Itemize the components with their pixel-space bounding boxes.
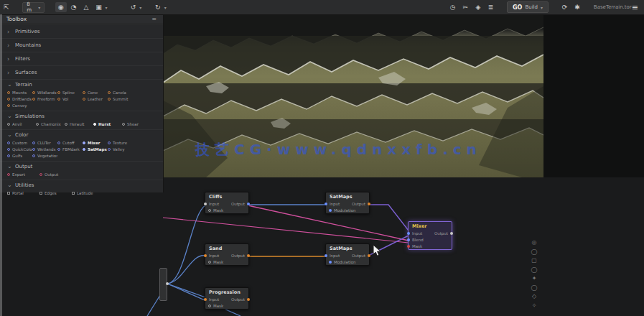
hamburger-menu-icon[interactable]: ≡ [632,3,638,12]
frame-icon[interactable]: ▢ [531,257,538,264]
node-dot-icon [32,91,35,94]
pan-icon[interactable]: ◯ [531,284,538,291]
node-item[interactable]: Vol [57,96,83,102]
node-item[interactable]: Leather [83,96,108,102]
modulation-port[interactable] [329,209,332,212]
section-terrain-header[interactable]: ⌄ Terrain [0,80,163,89]
terrain-viewport[interactable]: 技艺CG·www.qdnxxfb.cn [163,14,543,177]
history-icon[interactable]: ◷ [447,2,459,12]
output-port[interactable] [368,203,370,205]
port-label: Mask [213,260,223,264]
input-port[interactable] [325,203,327,205]
node-sand[interactable]: Sand Input Output Mask [205,243,249,266]
node-item[interactable]: Mounts [7,89,32,96]
node-item[interactable]: Anvil [7,121,36,127]
node-item[interactable]: Latitude [72,190,104,196]
node-item-selected[interactable]: SatMaps [83,146,108,152]
undo-history-chevron-icon[interactable]: ▾ [139,5,141,10]
node-item[interactable]: Gulfs [7,152,32,159]
camera-icon[interactable]: ◯ [531,266,538,273]
undo-icon[interactable]: ↺ [128,2,139,12]
section-primitives[interactable]: › Primitives [0,24,163,38]
node-item[interactable]: Wetlands [32,146,57,152]
orbit-icon[interactable]: ◯ [531,248,538,255]
mask-port[interactable] [208,261,211,264]
redo-icon[interactable]: ↻ [152,2,164,12]
terrain-view-icon[interactable]: △ [80,2,92,12]
mask-port[interactable] [208,209,211,212]
section-output-header[interactable]: ⌄ Output [0,162,163,171]
section-simulations-header[interactable]: ⌄ Simulations [0,111,163,121]
node-item[interactable]: Cone [83,89,108,96]
node-item[interactable]: Driftlands [7,96,32,102]
fit-view-icon[interactable]: ◎ [531,239,538,246]
output-port[interactable] [247,298,250,301]
modulation-port[interactable] [329,261,332,264]
redo-history-chevron-icon[interactable]: ▾ [164,5,167,10]
scale-dropdown[interactable]: 8 m ▾ [22,2,45,13]
node-item[interactable]: Output [39,171,72,177]
zoom-icon[interactable]: ◇ [531,293,538,299]
node-item[interactable]: Freeform [32,96,57,102]
snapshot-icon[interactable]: ✂ [460,2,472,12]
section-surfaces[interactable]: › Surfaces [0,65,163,79]
refresh-icon[interactable]: ⟳ [559,2,571,12]
node-item[interactable]: Valley [108,146,133,152]
input-port[interactable] [204,298,207,301]
compass-icon[interactable]: ◔ [68,2,80,12]
node-item[interactable]: Herault [65,121,93,127]
output-port[interactable] [368,254,370,257]
node-item[interactable]: Custom [7,139,32,146]
node-item[interactable]: Spline [57,89,83,96]
layers-icon[interactable]: ≣ [485,2,497,12]
node-item[interactable]: Summit [108,96,133,102]
share-icon[interactable]: ⇱ [1,2,12,12]
output-port[interactable] [247,203,250,205]
output-port[interactable] [247,254,250,257]
section-color-header[interactable]: ⌄ Color [0,130,163,139]
node-item[interactable]: Texture [108,139,133,146]
node-item[interactable]: Wildlands [32,89,57,96]
lighting-icon[interactable]: ✦ [531,275,538,282]
mask-port[interactable] [407,245,410,248]
node-satmaps-1[interactable]: SatMaps Input Output Modulation [325,192,370,214]
node-item[interactable]: Edges [39,190,72,196]
node-item[interactable]: FBMdark [57,146,83,152]
gear-icon[interactable]: ✱ [571,2,583,12]
portal-node[interactable] [159,268,167,301]
node-cliffs[interactable]: Cliffs Input Output Mask [205,192,249,214]
node-progression[interactable]: Progression Input Output Mask [205,287,249,310]
node-item[interactable]: Shear [122,121,151,127]
settings-icon[interactable]: ✧ [531,302,538,309]
node-item[interactable]: Canela [108,89,133,96]
output-port[interactable] [450,232,453,235]
node-item[interactable]: CLUTer [32,139,57,146]
node-item-selected[interactable]: Mixer [83,139,108,146]
texture-view-icon[interactable]: ▣ [93,2,105,12]
mask-port[interactable] [208,305,211,307]
section-utilities-header[interactable]: ⌄ Utilities [0,180,163,190]
view-options-chevron-icon[interactable]: ▾ [105,5,107,10]
node-item-selected[interactable]: Hurst [93,121,122,127]
portal-output-port[interactable] [166,282,169,285]
shaded-view-icon[interactable]: ◉ [55,2,67,12]
node-mixer-selected[interactable]: Mixer Input Output Blend Mask [408,221,452,250]
node-item[interactable]: Cutoff [57,139,83,146]
node-item[interactable]: Vegetation [32,152,57,159]
input-port[interactable] [325,254,327,257]
node-item[interactable]: Convey [7,102,32,108]
section-filters[interactable]: › Filters [0,52,163,65]
build-button[interactable]: GO Build ▾ [507,1,549,13]
section-mountains[interactable]: › Mountains [0,38,163,52]
node-satmaps-2[interactable]: SatMaps Input Output Modulation [325,243,370,266]
input-port[interactable] [204,254,207,257]
node-item[interactable]: QuickColor [7,146,32,152]
water-icon[interactable]: ◈ [472,2,484,12]
panel-list-icon[interactable]: ≡ [151,16,157,22]
blend-port[interactable] [407,238,410,241]
input-port[interactable] [204,203,207,205]
node-item[interactable]: Export [7,171,39,177]
node-item[interactable]: Chamonix [36,121,65,127]
input-port[interactable] [407,232,410,235]
node-item[interactable]: Portal [7,190,39,196]
